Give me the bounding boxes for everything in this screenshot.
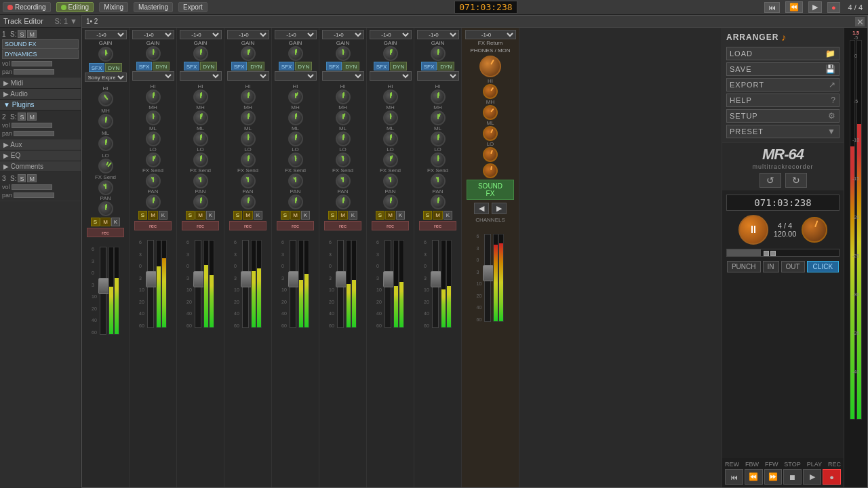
ch3-pan-knob[interactable] [193,195,208,209]
ch3-rec-btn[interactable]: rec [182,221,219,230]
ch4-rec-btn[interactable]: rec [229,221,267,230]
ch8-fxsend-knob[interactable] [431,174,446,188]
out-btn[interactable]: OUT [781,261,805,272]
ch5-s-btn[interactable]: S [281,211,290,220]
ch1-k-btn[interactable]: K [111,218,120,226]
ch7-ml-knob[interactable] [383,131,398,146]
load-btn[interactable]: LOAD 📁 [726,47,840,60]
ch5-rec-btn[interactable]: rec [277,221,314,230]
ch3-s-btn[interactable]: S [186,211,195,220]
ch4-pan-knob[interactable] [241,195,256,209]
ch6-fxsend-knob[interactable] [336,174,351,188]
ch2-m-btn[interactable]: M [148,211,158,220]
ch8-pan-knob[interactable] [431,195,446,209]
ch7-s-btn[interactable]: S [376,211,384,220]
ch8-ml-knob[interactable] [431,131,446,146]
stop-key-btn[interactable]: ⏹ [783,469,802,485]
track-3-m-btn[interactable]: M [27,174,37,182]
channels-prev-btn[interactable]: ◀ [474,203,489,214]
ch5-sfx-btn[interactable]: SFX [279,62,295,70]
preset-btn[interactable]: PRESET ▼ [726,125,840,138]
ch8-gain-dropdown[interactable]: -1•0 [417,30,459,39]
ch8-s-btn[interactable]: S [423,211,432,220]
ch6-gain-knob[interactable] [336,46,351,61]
progress-bar[interactable] [726,249,840,257]
track-2-pan-slider[interactable] [14,131,54,136]
ch7-k-btn[interactable]: K [396,211,405,220]
ch6-preset-dropdown[interactable] [322,71,364,81]
ch7-m-btn[interactable]: M [385,211,395,220]
ch1-m-btn[interactable]: M [100,218,111,226]
plugins-section[interactable]: ▼ Plugins [0,100,81,110]
ch4-m-btn[interactable]: M [243,211,253,220]
fx-mh-knob[interactable] [483,105,498,120]
ch7-rec-btn[interactable]: rec [372,221,409,230]
ch5-ml-knob[interactable] [288,131,303,146]
ch5-k-btn[interactable]: K [301,211,310,220]
editing-btn[interactable]: Editing [56,2,94,12]
play-top-btn[interactable]: ▶ [808,1,822,13]
export-btn[interactable]: Export [178,2,208,12]
ch6-gain-dropdown[interactable]: -1•0 [322,30,364,39]
ch2-hi-knob[interactable] [146,89,161,104]
ch5-gain-dropdown[interactable]: -1•0 [275,30,317,39]
fx-hi-knob[interactable] [483,84,498,99]
ch2-s-btn[interactable]: S [138,211,147,220]
ffw-key-btn[interactable]: ⏩ [764,469,783,485]
ch8-preset-dropdown[interactable] [417,71,459,81]
ch7-dyn-btn[interactable]: DYN [390,62,407,70]
fx-ml-knob[interactable] [483,126,498,141]
ch5-hi-knob[interactable] [288,89,303,104]
redo-btn[interactable]: ↻ [785,173,807,188]
ch6-rec-btn[interactable]: rec [324,221,361,230]
ch4-fxsend-knob[interactable] [241,174,256,188]
ch4-hi-knob[interactable] [241,89,256,104]
record-top-btn[interactable]: ● [827,2,840,13]
channels-next-btn[interactable]: ▶ [492,203,507,214]
mastering-btn[interactable]: Mastering [134,2,173,12]
ch4-s-btn[interactable]: S [233,211,242,220]
ch2-fader-knob[interactable] [146,271,157,287]
fx-return-send-knob[interactable] [483,163,498,178]
track-2-m-btn[interactable]: M [27,113,37,121]
ch8-gain-knob[interactable] [431,46,446,61]
recording-btn[interactable]: Recording [3,2,51,12]
mixer-close-btn[interactable]: ✕ [855,17,865,26]
ch5-m-btn[interactable]: M [290,211,300,220]
ch6-fader-knob[interactable] [336,271,347,287]
play-key-btn[interactable]: ▶ [803,469,821,485]
eq-section[interactable]: ▶ EQ [0,150,81,161]
fx-lo-knob[interactable] [483,147,498,162]
track-3-s-btn[interactable]: S [18,174,26,182]
ch7-fader-knob[interactable] [383,271,394,287]
phones-knob[interactable] [479,56,501,77]
ch8-m-btn[interactable]: M [433,211,443,220]
ch1-pan-knob[interactable] [98,201,113,216]
ch7-hi-knob[interactable] [383,89,398,104]
track-1-pan-slider[interactable] [14,69,54,75]
ch8-dyn-btn[interactable]: DYN [437,62,454,70]
ch6-k-btn[interactable]: K [349,211,357,220]
ch2-fxsend-knob[interactable] [146,174,161,188]
ch6-ml-knob[interactable] [336,131,351,146]
ch4-mh-knob[interactable] [241,110,256,125]
mixing-btn[interactable]: Mixing [99,2,128,12]
aux-section[interactable]: ▶ Aux [0,140,81,150]
ch1-mh-knob[interactable] [98,114,113,129]
ch7-sfx-btn[interactable]: SFX [374,62,390,70]
ch4-preset-dropdown[interactable] [227,71,269,81]
ch5-mh-knob[interactable] [288,110,303,125]
ch5-gain-knob[interactable] [288,46,303,61]
midi-section[interactable]: ▶ Midi [0,78,81,89]
ch1-preset-dropdown[interactable]: Sony Expre [85,73,127,82]
sound-fx-plugin[interactable]: SOUND FX [2,39,79,49]
ch8-hi-knob[interactable] [431,89,446,104]
ch3-m-btn[interactable]: M [195,211,205,220]
ch8-lo-knob[interactable] [431,152,446,167]
ch1-rec-btn[interactable]: rec [87,228,124,237]
fxreturn-gain-dropdown[interactable]: -1•0 [465,30,516,39]
track-1-s-btn[interactable]: S [18,30,26,38]
click-btn[interactable]: CLICK [807,261,839,272]
rec-key-btn[interactable]: ● [823,469,841,485]
export-btn[interactable]: EXPORT ↗ [726,78,840,92]
